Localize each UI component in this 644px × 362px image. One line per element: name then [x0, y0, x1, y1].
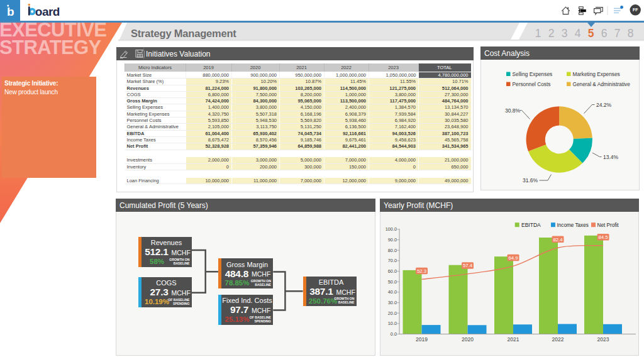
svg-text:oard: oard [35, 5, 60, 18]
svg-text:2023: 2023 [597, 336, 609, 343]
svg-text:Selling Expenses: Selling Expenses [513, 71, 553, 77]
svg-text:2020: 2020 [462, 336, 474, 343]
svg-text:20.0: 20.0 [388, 310, 397, 316]
svg-text:b: b [7, 5, 14, 18]
svg-text:30.0: 30.0 [388, 300, 397, 305]
svg-text:60.0: 60.0 [388, 268, 397, 274]
svg-text:40.0: 40.0 [388, 289, 397, 295]
svg-text:Net Profit: Net Profit [597, 222, 619, 228]
svg-text:80.0: 80.0 [388, 248, 397, 253]
svg-text:10.0: 10.0 [388, 321, 397, 326]
svg-text:0.0: 0.0 [391, 331, 397, 337]
svg-text:2022: 2022 [552, 336, 564, 343]
svg-text:2019: 2019 [416, 336, 428, 343]
svg-text:EBITDA: EBITDA [521, 222, 541, 228]
svg-text:52.3: 52.3 [417, 268, 426, 274]
svg-text:100.0: 100.0 [386, 226, 397, 232]
svg-text:90.0: 90.0 [388, 237, 397, 243]
svg-text:Personnel Costs: Personnel Costs [513, 81, 551, 87]
svg-text:General & Administrative: General & Administrative [573, 81, 631, 87]
svg-text:13.4%: 13.4% [603, 154, 619, 160]
svg-text:64.9: 64.9 [508, 255, 518, 261]
svg-text:24.2%: 24.2% [596, 102, 612, 108]
svg-text:84.5: 84.5 [598, 234, 608, 240]
svg-text:FF: FF [633, 8, 638, 12]
svg-text:2021: 2021 [508, 336, 519, 343]
svg-text:Marketing Expenses: Marketing Expenses [573, 71, 620, 77]
svg-text:82.4: 82.4 [553, 237, 563, 243]
svg-text:57.4: 57.4 [463, 263, 473, 268]
svg-text:31.6%: 31.6% [523, 177, 538, 184]
svg-text:50.0: 50.0 [388, 279, 397, 285]
svg-text:70.0: 70.0 [388, 258, 397, 263]
svg-text:30.8%: 30.8% [505, 107, 521, 114]
svg-text:Income Taxes: Income Taxes [557, 222, 589, 228]
